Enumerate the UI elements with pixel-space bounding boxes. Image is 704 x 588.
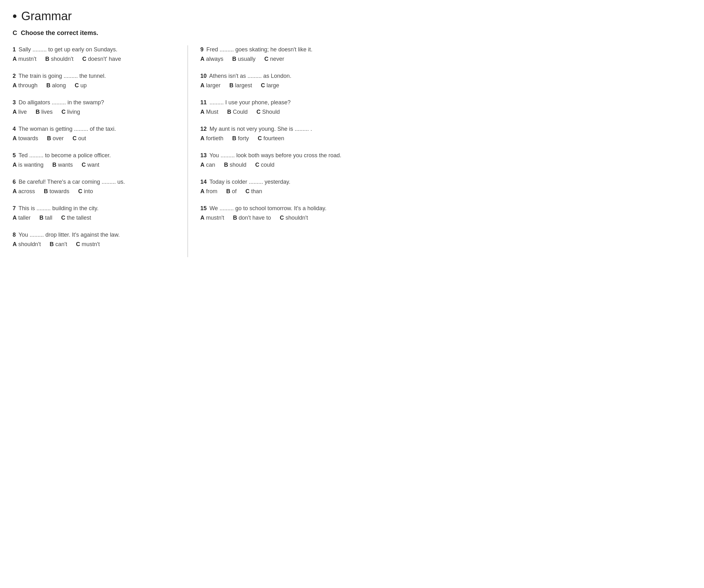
option-8-B: B can't xyxy=(50,241,67,248)
option-letter: C xyxy=(258,135,262,142)
option-14-A: A from xyxy=(200,188,218,195)
question-block-11: 11 ......... I use your phone, please?A … xyxy=(200,98,366,115)
option-letter: C xyxy=(72,135,77,142)
page-title: • Grammar xyxy=(13,9,366,23)
question-block-1: 1 Sally ......... to get up early on Sun… xyxy=(13,45,178,62)
option-5-B: B wants xyxy=(52,161,73,168)
option-text: than xyxy=(251,188,262,195)
option-6-C: C into xyxy=(78,188,93,195)
section-instruction: Choose the correct items. xyxy=(21,29,98,36)
option-5-A: A is wanting xyxy=(13,161,44,168)
option-text: shouldn't xyxy=(51,56,73,62)
options-15: A mustn'tB don't have toC shouldn't xyxy=(200,214,366,221)
option-2-C: C up xyxy=(75,82,87,89)
question-text-1: 1 Sally ......... to get up early on Sun… xyxy=(13,45,178,54)
question-text-12: 12 My aunt is not very young. She is ...… xyxy=(200,125,366,133)
option-letter: B xyxy=(52,161,56,168)
option-letter: C xyxy=(78,188,82,195)
question-text-13: 13 You ......... look both ways before y… xyxy=(200,151,366,160)
question-num: 4 xyxy=(13,126,16,132)
question-block-13: 13 You ......... look both ways before y… xyxy=(200,151,366,168)
option-letter: B xyxy=(44,188,48,195)
option-10-A: A larger xyxy=(200,82,221,89)
question-num: 6 xyxy=(13,179,16,185)
option-text: forty xyxy=(238,135,249,142)
option-3-B: B lives xyxy=(36,109,53,115)
option-letter: C xyxy=(257,109,261,115)
question-num: 10 xyxy=(200,73,207,79)
option-letter: B xyxy=(232,56,236,62)
option-letter: A xyxy=(13,135,17,142)
question-text-7: 7 This is ......... building in the city… xyxy=(13,204,178,213)
question-num: 13 xyxy=(200,152,207,158)
option-11-C: C Should xyxy=(257,109,280,115)
option-letter: A xyxy=(13,241,17,248)
option-letter: C xyxy=(280,214,284,221)
option-letter: A xyxy=(13,109,17,115)
option-10-B: B largest xyxy=(230,82,252,89)
option-1-B: B shouldn't xyxy=(45,56,73,62)
option-1-A: A mustn't xyxy=(13,56,36,62)
options-6: A acrossB towardsC into xyxy=(13,188,178,195)
option-text: mustn't xyxy=(206,214,224,221)
question-num: 1 xyxy=(13,46,16,53)
option-letter: C xyxy=(246,188,250,195)
option-letter: C xyxy=(76,241,80,248)
option-13-B: B should xyxy=(224,161,246,168)
option-9-C: C never xyxy=(265,56,284,62)
option-letter: C xyxy=(61,214,65,221)
options-4: A towardsB overC out xyxy=(13,135,178,142)
option-letter: C xyxy=(265,56,269,62)
options-11: A MustB CouldC Should xyxy=(200,109,366,115)
option-text: living xyxy=(67,109,80,115)
option-letter: B xyxy=(226,188,230,195)
option-text: into xyxy=(84,188,93,195)
option-text: don't have to xyxy=(239,214,271,221)
options-5: A is wantingB wantsC want xyxy=(13,161,178,168)
option-3-A: A live xyxy=(13,109,27,115)
question-block-4: 4 The woman is getting ......... of the … xyxy=(13,125,178,142)
option-text: want xyxy=(87,161,99,168)
option-letter: B xyxy=(47,135,51,142)
option-letter: A xyxy=(13,56,17,62)
option-10-C: C large xyxy=(261,82,279,89)
question-text-9: 9 Fred ......... goes skating; he doesn'… xyxy=(200,45,366,54)
question-block-8: 8 You ......... drop litter. It's agains… xyxy=(13,231,178,248)
option-text: along xyxy=(52,82,66,89)
option-text: never xyxy=(270,56,284,62)
option-text: large xyxy=(267,82,279,89)
option-text: fourteen xyxy=(263,135,284,142)
option-text: fortieth xyxy=(206,135,224,142)
question-text-14: 14 Today is colder ......... yesterday. xyxy=(200,178,366,186)
question-num: 14 xyxy=(200,179,207,185)
left-column: 1 Sally ......... to get up early on Sun… xyxy=(13,45,188,257)
question-text-10: 10 Athens isn't as ......... as London. xyxy=(200,72,366,80)
question-text-6: 6 Be careful! There's a car coming .....… xyxy=(13,178,178,186)
option-text: tall xyxy=(45,214,52,221)
option-letter: A xyxy=(200,161,204,168)
options-13: A canB shouldC could xyxy=(200,161,366,168)
option-15-C: C shouldn't xyxy=(280,214,308,221)
question-block-9: 9 Fred ......... goes skating; he doesn'… xyxy=(200,45,366,62)
option-5-C: C want xyxy=(82,161,99,168)
section-label: C Choose the correct items. xyxy=(13,29,366,37)
option-text: taller xyxy=(18,214,31,221)
option-11-B: B Could xyxy=(227,109,248,115)
option-8-C: C mustn't xyxy=(76,241,100,248)
option-text: doesn't' have xyxy=(88,56,121,62)
option-15-A: A mustn't xyxy=(200,214,224,221)
option-letter: C xyxy=(255,161,259,168)
right-column: 9 Fred ......... goes skating; he doesn'… xyxy=(188,45,366,257)
option-text: shouldn't xyxy=(18,241,41,248)
options-8: A shouldn'tB can'tC mustn't xyxy=(13,241,178,248)
questions-columns: 1 Sally ......... to get up early on Sun… xyxy=(13,45,366,257)
option-letter: A xyxy=(13,214,17,221)
section-letter: C xyxy=(13,29,17,36)
question-text-5: 5 Ted ......... to become a police offic… xyxy=(13,151,178,160)
options-9: A alwaysB usuallyC never xyxy=(200,56,366,62)
option-text: up xyxy=(80,82,87,89)
option-9-A: A always xyxy=(200,56,224,62)
option-text: shouldn't xyxy=(285,214,308,221)
options-1: A mustn'tB shouldn'tC doesn't' have xyxy=(13,56,178,62)
option-text: Should xyxy=(262,109,280,115)
